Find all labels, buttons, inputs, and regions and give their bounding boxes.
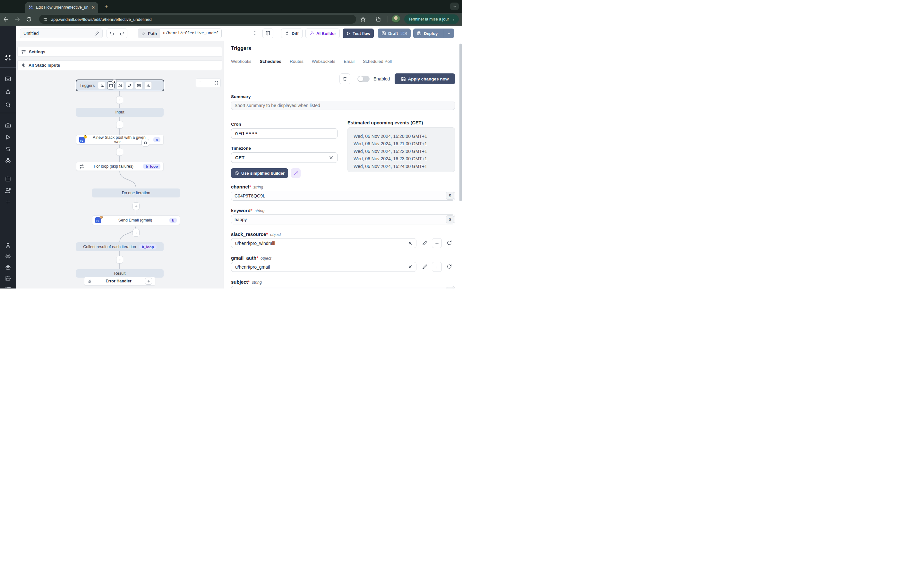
sidebar-item-search[interactable] <box>5 102 11 108</box>
send-email-node[interactable]: TS🐵 Send Email (gmail) b <box>92 215 180 225</box>
sidebar-item-user[interactable] <box>5 242 11 249</box>
tab-email[interactable]: Email <box>344 59 355 67</box>
tab-schedules[interactable]: Schedules <box>260 59 282 67</box>
clear-icon[interactable] <box>408 265 412 269</box>
sidebar-item-schedules[interactable] <box>5 176 11 182</box>
collect-result-node[interactable]: Collect result of each iteration b_loop <box>76 242 164 251</box>
sidebar-item-audit-logs[interactable] <box>5 286 11 288</box>
error-handler-node[interactable]: Error Handler <box>84 277 155 285</box>
apply-changes-button[interactable]: Apply changes now <box>395 73 455 84</box>
tab-webhooks[interactable]: Webhooks <box>231 59 252 67</box>
ai-cron-button[interactable] <box>291 168 300 178</box>
deploy-button[interactable]: Deploy <box>413 31 441 36</box>
do-one-iteration-node[interactable]: Do one iteration <box>92 189 180 197</box>
subject-input[interactable] <box>231 286 455 288</box>
add-resource-button[interactable] <box>432 238 442 248</box>
tab-routes[interactable]: Routes <box>290 59 304 67</box>
sidebar-item-folders[interactable] <box>5 275 11 282</box>
redo-button[interactable] <box>117 29 128 38</box>
timezone-input[interactable]: CET <box>231 152 338 163</box>
new-tab-button[interactable]: + <box>103 3 110 10</box>
undo-button[interactable] <box>107 29 117 38</box>
gmail-auth-input[interactable]: u/henri/pro_gmail <box>231 262 417 272</box>
docs-button[interactable] <box>262 29 273 38</box>
path-value[interactable]: u/henri/effective_undef <box>160 29 221 38</box>
add-step-button[interactable] <box>116 256 123 263</box>
stop-after-step-button[interactable] <box>142 139 149 147</box>
subject-var-picker-button[interactable]: $ <box>446 287 454 288</box>
add-step-button[interactable] <box>116 121 123 129</box>
browser-update-button[interactable]: Terminer la mise à jour <box>404 15 459 24</box>
kebab-menu-icon[interactable] <box>451 17 456 22</box>
forloop-node[interactable]: For loop (skip failures) b_loop <box>76 162 164 171</box>
sidebar-item-runs[interactable] <box>5 134 11 140</box>
add-step-button[interactable] <box>116 148 123 156</box>
flow-path-group[interactable]: Path u/henri/effective_undef <box>138 29 222 38</box>
more-options-button[interactable] <box>252 28 258 38</box>
back-button[interactable] <box>0 16 11 23</box>
channel-input[interactable] <box>231 191 455 201</box>
enabled-toggle[interactable] <box>357 76 370 82</box>
add-step-button[interactable] <box>132 202 140 210</box>
delete-schedule-button[interactable] <box>339 73 351 84</box>
sidebar-item-settings[interactable] <box>5 253 11 259</box>
add-error-handler-button[interactable] <box>145 277 152 285</box>
sidebar-item-workers[interactable] <box>5 264 11 271</box>
route-trigger-icon[interactable] <box>116 81 124 89</box>
schedule-trigger-icon[interactable]: 1 <box>107 81 115 89</box>
keyword-var-picker-button[interactable]: $ <box>446 215 454 223</box>
edit-resource-button[interactable] <box>422 264 428 269</box>
sidebar-item-resources[interactable] <box>5 157 11 164</box>
diff-button[interactable]: Diff <box>281 29 302 38</box>
sidebar-item-variables[interactable] <box>5 145 11 152</box>
input-node[interactable]: Input <box>76 108 164 117</box>
reload-button[interactable] <box>23 16 35 22</box>
bookmark-star-icon[interactable] <box>360 16 366 23</box>
browser-profile-avatar[interactable] <box>392 15 401 23</box>
email-trigger-icon[interactable] <box>135 81 142 89</box>
keyword-input[interactable] <box>231 214 455 224</box>
diff-icon <box>285 31 289 35</box>
add-resource-button[interactable] <box>432 262 442 272</box>
slack-step-node[interactable]: TS👶 A new Slack post with a given wor...… <box>76 135 164 145</box>
refresh-resource-button[interactable] <box>447 240 452 245</box>
deploy-dropdown-button[interactable] <box>444 29 454 38</box>
add-step-button[interactable] <box>132 229 140 237</box>
flow-title-input[interactable]: Untitled <box>20 29 103 38</box>
zoom-out-icon[interactable] <box>206 81 210 85</box>
test-flow-button[interactable]: Test flow <box>342 29 374 38</box>
url-field[interactable]: app.windmill.dev/flows/edit/u/henri/effe… <box>39 15 356 24</box>
websocket-trigger-icon[interactable] <box>126 81 133 89</box>
tab-scheduled-poll[interactable]: Scheduled Poll <box>363 59 392 67</box>
simplified-builder-button[interactable]: Use simplified builder <box>231 168 288 178</box>
sidebar-item-workspace[interactable] <box>5 76 11 82</box>
sidebar-item-favorites[interactable] <box>5 89 11 95</box>
tab-websockets[interactable]: Websockets <box>312 59 335 67</box>
draft-button[interactable]: Draft ⌘S <box>378 29 411 38</box>
clear-icon[interactable] <box>408 241 412 245</box>
clear-icon[interactable] <box>329 155 333 160</box>
windmill-logo[interactable] <box>4 54 12 61</box>
sidebar-item-add[interactable] <box>5 199 11 205</box>
fit-view-icon[interactable] <box>214 81 218 85</box>
triggers-node[interactable]: Triggers 1 <box>76 79 164 91</box>
zoom-in-icon[interactable] <box>198 81 202 85</box>
forward-button[interactable] <box>11 16 23 23</box>
edit-resource-button[interactable] <box>422 240 428 245</box>
summary-input[interactable] <box>231 101 455 110</box>
channel-var-picker-button[interactable]: $ <box>446 192 454 200</box>
scheduled-poll-trigger-icon[interactable] <box>144 81 152 89</box>
ai-builder-button[interactable]: AI Builder <box>305 29 340 38</box>
sidebar-item-routes[interactable] <box>5 187 11 194</box>
webhook-trigger-icon[interactable] <box>98 81 105 89</box>
tab-close-icon[interactable]: ✕ <box>91 5 95 10</box>
browser-tab[interactable]: Edit Flow u/henri/effective_un ✕ <box>25 2 98 13</box>
panel-scrollbar[interactable] <box>459 44 462 201</box>
slack-resource-input[interactable]: u/henri/pro_windmill <box>231 238 417 248</box>
extensions-puzzle-icon[interactable] <box>375 16 381 22</box>
cron-input[interactable] <box>231 128 338 139</box>
add-step-button[interactable] <box>116 96 123 104</box>
sidebar-item-home[interactable] <box>5 122 11 128</box>
tab-search-button[interactable] <box>450 3 459 10</box>
refresh-resource-button[interactable] <box>447 264 452 269</box>
